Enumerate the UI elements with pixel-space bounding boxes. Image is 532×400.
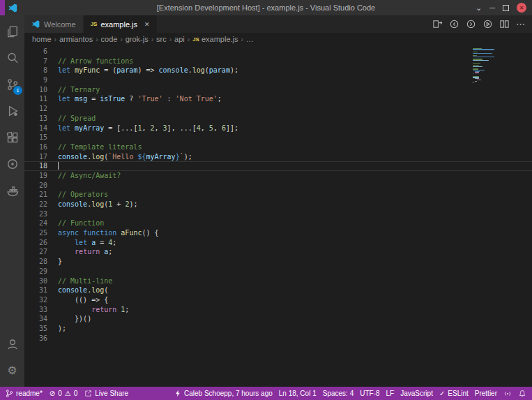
broadcast-status[interactable]	[503, 390, 512, 398]
line-number[interactable]: 15	[24, 133, 47, 142]
line-number[interactable]: 13	[24, 114, 47, 124]
line-number[interactable]: 16	[24, 142, 47, 152]
navigate-forward-icon[interactable]	[466, 19, 476, 29]
breadcrumb-item[interactable]: JSexample.js	[192, 35, 238, 43]
activity-item-search[interactable]	[0, 45, 24, 71]
code-line[interactable]: 18	[24, 161, 532, 171]
code-line[interactable]: 19// Async/Await?	[24, 171, 532, 181]
activity-item-docker[interactable]	[0, 177, 24, 204]
prettier-status[interactable]: Prettier	[475, 390, 497, 397]
line-number[interactable]: 31	[24, 286, 47, 295]
close-button[interactable]: ✕	[517, 3, 526, 13]
tab-welcome[interactable]: Welcome	[24, 15, 84, 33]
line-number[interactable]: 17	[24, 152, 47, 162]
code-line[interactable]: 33 return 1;	[24, 305, 532, 315]
line-number[interactable]: 34	[24, 314, 47, 324]
breadcrumb-item[interactable]: …	[246, 35, 254, 43]
line-number[interactable]: 10	[24, 85, 47, 95]
tab-close-icon[interactable]: ✕	[144, 21, 150, 28]
code-line[interactable]: 9	[24, 75, 532, 85]
code-line[interactable]: 11let msg = isTrue ? 'True' : 'Not True'…	[24, 94, 532, 104]
code-line[interactable]: 29	[24, 267, 532, 276]
code-line[interactable]: 10// Ternary	[24, 85, 532, 95]
line-number[interactable]: 12	[24, 104, 47, 114]
indentation-status[interactable]: Spaces: 4	[323, 390, 354, 397]
code-line[interactable]: 20	[24, 181, 532, 191]
activity-item-remote-explorer[interactable]	[0, 151, 24, 177]
breadcrumb-item[interactable]: src	[156, 35, 167, 43]
maximize-button[interactable]	[503, 5, 509, 11]
code-line[interactable]: 26 let a = 4;	[24, 238, 532, 248]
line-number[interactable]: 33	[24, 305, 47, 315]
live-share-status[interactable]: Live Share	[84, 390, 128, 397]
code-line[interactable]: 12	[24, 104, 532, 114]
line-number[interactable]: 19	[24, 171, 47, 181]
run-file-icon[interactable]	[482, 19, 493, 29]
activity-item-run-debug[interactable]	[0, 98, 24, 124]
code-line[interactable]: 24// Function	[24, 218, 532, 228]
line-number[interactable]: 26	[24, 238, 47, 248]
code-line[interactable]: 15	[24, 133, 532, 142]
more-actions-icon[interactable]: ⋯	[516, 20, 525, 29]
line-number[interactable]: 35	[24, 324, 47, 334]
minimize-button[interactable]: ─	[489, 4, 495, 12]
breadcrumb-item[interactable]: home	[32, 35, 52, 43]
line-number[interactable]: 21	[24, 190, 47, 200]
notifications-status[interactable]	[518, 390, 526, 398]
tab-example-js[interactable]: JS example.js ✕	[84, 15, 157, 33]
navigate-back-icon[interactable]	[449, 19, 459, 29]
breadcrumb-item[interactable]: armiantos	[59, 35, 93, 43]
line-number[interactable]: 32	[24, 295, 47, 305]
code-line[interactable]: 16// Template literals	[24, 142, 532, 152]
line-number[interactable]: 25	[24, 228, 47, 238]
code-line[interactable]: 22console.log(1 + 2);	[24, 200, 532, 209]
eslint-status[interactable]: ✓ ESLint	[439, 390, 469, 397]
window-menu-chevron-icon[interactable]: ⌄	[476, 4, 482, 12]
code-line[interactable]: 7// Arrow functions	[24, 57, 532, 66]
line-number[interactable]: 14	[24, 124, 47, 133]
activity-item-source-control[interactable]: 1	[0, 71, 24, 98]
code-line[interactable]: 28}	[24, 257, 532, 267]
code-line[interactable]: 35);	[24, 324, 532, 334]
eol-status[interactable]: LF	[386, 390, 395, 397]
code-line[interactable]: 13// Spread	[24, 114, 532, 124]
line-number[interactable]: 27	[24, 247, 47, 257]
code-line[interactable]: 21// Operators	[24, 190, 532, 200]
line-number[interactable]: 28	[24, 257, 47, 267]
split-editor-icon[interactable]	[499, 19, 510, 29]
line-number[interactable]: 18	[24, 161, 47, 171]
activity-item-extensions[interactable]	[0, 124, 24, 151]
line-number[interactable]: 36	[24, 334, 47, 343]
open-changes-icon[interactable]	[432, 19, 443, 29]
code-line[interactable]: 32 (() => {	[24, 295, 532, 305]
line-number[interactable]: 23	[24, 209, 47, 219]
breadcrumb-item[interactable]: code	[101, 35, 118, 43]
editor[interactable]: 67// Arrow functions8let myFunc = (param…	[24, 45, 532, 387]
line-number[interactable]: 24	[24, 218, 47, 228]
line-number[interactable]: 29	[24, 267, 47, 276]
code-line[interactable]: 25async function aFunc() {	[24, 228, 532, 238]
code-line[interactable]: 23	[24, 209, 532, 219]
gitlens-blame[interactable]: Caleb Schoepp, 7 hours ago	[174, 390, 273, 397]
line-number[interactable]: 30	[24, 276, 47, 286]
code-line[interactable]: 27 return a;	[24, 247, 532, 257]
code-line[interactable]: 34 })()	[24, 314, 532, 324]
code-line[interactable]: 14let myArray = [...[1, 2, 3], ...[4, 5,…	[24, 124, 532, 133]
code-line[interactable]: 31console.log(	[24, 286, 532, 295]
language-mode[interactable]: JavaScript	[400, 390, 433, 397]
code-line[interactable]: 30// Multi-line	[24, 276, 532, 286]
line-number[interactable]: 22	[24, 200, 47, 209]
activity-item-accounts[interactable]	[0, 331, 24, 357]
minimap[interactable]	[473, 47, 496, 84]
line-number[interactable]: 7	[24, 57, 47, 66]
activity-item-settings[interactable]: ⚙	[0, 357, 24, 384]
line-number[interactable]: 20	[24, 181, 47, 191]
problems-status[interactable]: ⊘ 0 ⚠ 0	[50, 390, 77, 397]
code-line[interactable]: 17console.log(`Hello ${myArray}`);	[24, 152, 532, 162]
code-line[interactable]: 36	[24, 334, 532, 343]
code-line[interactable]: 8let myFunc = (param) => console.log(par…	[24, 66, 532, 75]
line-number[interactable]: 8	[24, 66, 47, 75]
line-number[interactable]: 9	[24, 75, 47, 85]
git-branch-status[interactable]: readme*	[6, 389, 43, 398]
cursor-position[interactable]: Ln 18, Col 1	[279, 390, 317, 397]
